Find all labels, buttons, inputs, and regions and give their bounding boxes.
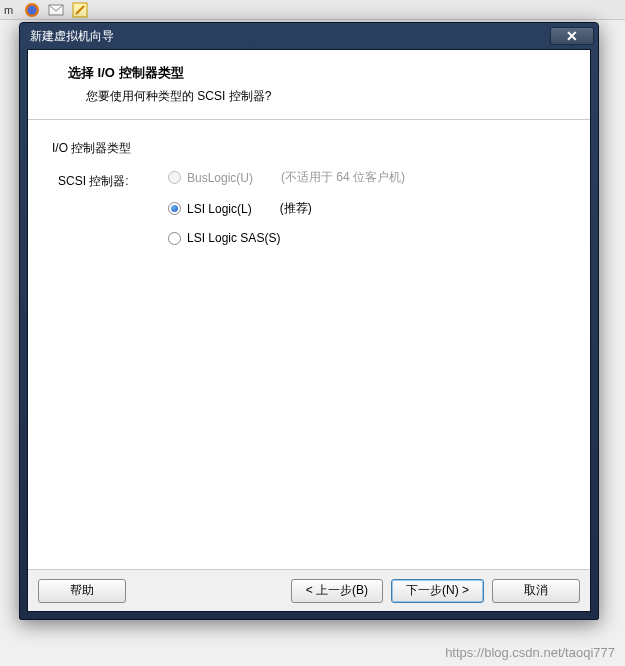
cancel-button[interactable]: 取消: [492, 579, 580, 603]
new-vm-wizard-dialog: 新建虚拟机向导 ✕ 选择 I/O 控制器类型 您要使用何种类型的 SCSI 控制…: [19, 22, 599, 620]
svg-point-1: [28, 5, 37, 14]
dialog-title: 新建虚拟机向导: [30, 28, 114, 45]
watermark-text: https://blog.csdn.net/taoqi777: [445, 645, 615, 660]
close-icon: ✕: [566, 28, 578, 44]
dialog-titlebar: 新建虚拟机向导 ✕: [20, 23, 598, 49]
page-subtitle: 您要使用何种类型的 SCSI 控制器?: [68, 88, 570, 105]
dialog-button-bar: 帮助 < 上一步(B) 下一步(N) > 取消: [28, 569, 590, 611]
desktop-top-bar: m: [0, 0, 625, 20]
radio-label: LSI Logic(L): [187, 202, 252, 216]
scsi-controller-label: SCSI 控制器:: [58, 169, 148, 190]
close-button[interactable]: ✕: [550, 27, 594, 45]
radio-icon: [168, 232, 181, 245]
radio-label: BusLogic(U): [187, 171, 253, 185]
radio-option-lsi-logic[interactable]: LSI Logic(L) (推荐): [168, 200, 405, 217]
radio-label: LSI Logic SAS(S): [187, 231, 280, 245]
radio-option-buslogic: BusLogic(U) (不适用于 64 位客户机): [168, 169, 405, 186]
note-icon[interactable]: [71, 1, 89, 19]
mail-icon[interactable]: [47, 1, 65, 19]
io-controller-type-label: I/O 控制器类型: [52, 140, 566, 157]
dialog-content: I/O 控制器类型 SCSI 控制器: BusLogic(U) (不适用于 64…: [28, 120, 590, 569]
radio-note: (推荐): [280, 200, 312, 217]
page-title: 选择 I/O 控制器类型: [68, 64, 570, 82]
back-button[interactable]: < 上一步(B): [291, 579, 383, 603]
scsi-radio-group: BusLogic(U) (不适用于 64 位客户机) LSI Logic(L) …: [168, 169, 405, 245]
radio-note: (不适用于 64 位客户机): [281, 169, 405, 186]
radio-icon: [168, 171, 181, 184]
window-tab-fragment: m: [4, 4, 13, 16]
dialog-header-section: 选择 I/O 控制器类型 您要使用何种类型的 SCSI 控制器?: [28, 50, 590, 120]
radio-icon: [168, 202, 181, 215]
controller-row: SCSI 控制器: BusLogic(U) (不适用于 64 位客户机) LSI…: [52, 169, 566, 245]
dialog-body: 选择 I/O 控制器类型 您要使用何种类型的 SCSI 控制器? I/O 控制器…: [27, 49, 591, 612]
radio-option-lsi-logic-sas[interactable]: LSI Logic SAS(S): [168, 231, 405, 245]
help-button[interactable]: 帮助: [38, 579, 126, 603]
firefox-icon[interactable]: [23, 1, 41, 19]
tray-icons: [23, 1, 89, 19]
next-button[interactable]: 下一步(N) >: [391, 579, 484, 603]
